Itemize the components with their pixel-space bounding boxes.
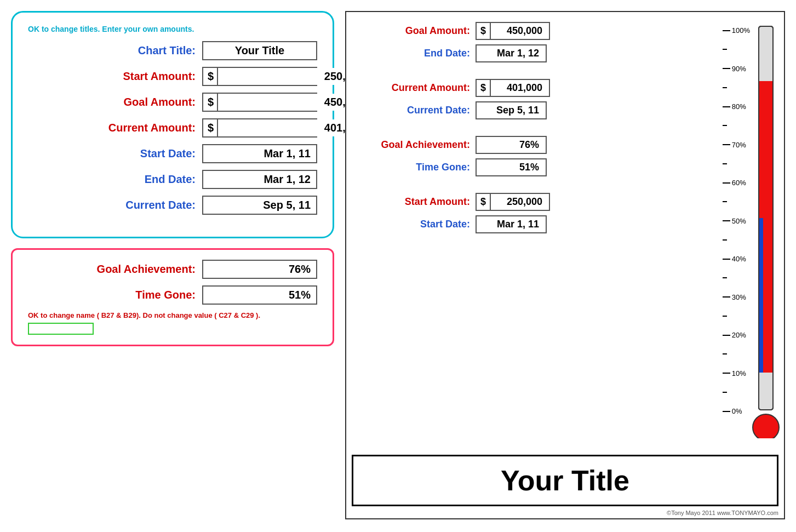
right-current-date-label: Current Date: <box>355 105 470 116</box>
scale-dash7 <box>723 277 750 278</box>
scale-40: 40% <box>723 255 750 263</box>
tick-dash7 <box>723 277 727 278</box>
tick-60 <box>723 182 730 184</box>
thermometer-svg <box>752 22 780 438</box>
svg-rect-2 <box>759 218 763 373</box>
right-start-amount-label: Start Amount: <box>355 196 470 208</box>
scale-dash5 <box>723 201 750 202</box>
right-current-amount-value: 401,000 <box>490 79 550 97</box>
achievement-section: Goal Achievement: Time Gone: OK to chang… <box>11 248 334 346</box>
thermo-scale: 100% 90% 80% <box>723 26 750 415</box>
scale-10: 10% <box>723 369 750 377</box>
goal-amount-label: Goal Amount: <box>91 96 196 108</box>
right-start-date-value: Mar 1, 11 <box>476 215 547 233</box>
scale-40-label: 40% <box>732 255 746 263</box>
tick-10 <box>723 373 730 374</box>
scale-30-label: 30% <box>732 293 746 301</box>
right-goal-amount-row: Goal Amount: $ 450,000 <box>355 22 700 40</box>
left-time-gone-label: Time Gone: <box>75 289 196 301</box>
right-goal-achieve-value: 76% <box>476 136 547 154</box>
scale-0: 0% <box>723 407 750 415</box>
right-start-amount-row: Start Amount: $ 250,000 <box>355 193 700 211</box>
right-start-amount-value: 250,000 <box>490 193 550 211</box>
right-end-date-row: End Date: Mar 1, 12 <box>355 44 700 62</box>
scale-100: 100% <box>723 26 750 35</box>
right-time-gone-label: Time Gone: <box>355 162 470 173</box>
right-current-dollar: $ <box>476 79 490 97</box>
right-content: Goal Amount: $ 450,000 End Date: Mar 1, … <box>346 12 784 449</box>
svg-point-4 <box>753 414 779 438</box>
right-group-4: Start Amount: $ 250,000 Start Date: Mar … <box>355 193 700 238</box>
right-start-dollar: $ <box>476 193 490 211</box>
tick-dash10 <box>723 392 727 393</box>
input-section: OK to change titles. Enter your own amou… <box>11 11 334 238</box>
tick-dash6 <box>723 239 727 241</box>
scale-70: 70% <box>723 141 750 149</box>
right-title-text: Your Title <box>501 465 629 496</box>
tick-100 <box>723 30 730 31</box>
current-date-input[interactable] <box>202 196 317 215</box>
bottom-hint: OK to change name ( B27 & B29). Do not c… <box>28 311 317 319</box>
scale-dash6 <box>723 239 750 241</box>
chart-title-input[interactable] <box>202 41 317 60</box>
start-amount-row: Start Amount: $ <box>28 67 317 86</box>
right-current-date-row: Current Date: Sep 5, 11 <box>355 101 700 119</box>
start-date-label: Start Date: <box>91 147 196 160</box>
goal-amount-row: Goal Amount: $ <box>28 93 317 112</box>
scale-60-label: 60% <box>732 179 746 187</box>
copyright: ©Tony Mayo 2011 www.TONYMAYO.com <box>346 510 784 518</box>
tick-70 <box>723 144 730 145</box>
current-date-label: Current Date: <box>91 199 196 211</box>
current-date-row: Current Date: <box>28 196 317 215</box>
tick-dash9 <box>723 353 727 354</box>
scale-20-label: 20% <box>732 331 746 339</box>
right-end-date-value: Mar 1, 12 <box>476 44 547 62</box>
right-current-amount-dollar-wrapper: $ 401,000 <box>476 79 550 97</box>
right-end-date-label: End Date: <box>355 48 470 59</box>
scale-70-label: 70% <box>732 141 746 149</box>
bottom-small-input[interactable] <box>28 323 94 335</box>
left-time-gone-input[interactable] <box>202 285 317 305</box>
right-group-1: Goal Amount: $ 450,000 End Date: Mar 1, … <box>355 22 700 67</box>
right-start-amount-dollar-wrapper: $ 250,000 <box>476 193 550 211</box>
tick-dash1 <box>723 49 727 50</box>
scale-dash1 <box>723 49 750 50</box>
scale-60: 60% <box>723 179 750 187</box>
tick-dash8 <box>723 316 727 317</box>
scale-80: 80% <box>723 102 750 111</box>
bottom-hint-blue: OK to change name ( B27 & B29). <box>28 311 141 319</box>
right-current-amount-row: Current Amount: $ 401,000 <box>355 79 700 97</box>
right-goal-amount-value: 450,000 <box>490 22 550 40</box>
scale-dash4 <box>723 163 750 164</box>
scale-90: 90% <box>723 65 750 73</box>
right-current-date-value: Sep 5, 11 <box>476 101 547 119</box>
tick-80 <box>723 106 730 107</box>
bottom-hint-red: Do not change value ( C27 & C29 ). <box>143 311 261 319</box>
goal-amount-wrapper: $ <box>202 93 317 112</box>
end-date-label: End Date: <box>91 173 196 186</box>
scale-100-label: 100% <box>732 26 750 35</box>
start-amount-label: Start Amount: <box>91 70 196 83</box>
tick-0 <box>723 411 730 412</box>
right-group-3: Goal Achievement: 76% Time Gone: 51% <box>355 136 700 181</box>
current-amount-row: Current Amount: $ <box>28 118 317 138</box>
current-amount-label: Current Amount: <box>91 122 196 134</box>
scale-dash8 <box>723 316 750 317</box>
tick-30 <box>723 296 730 298</box>
tick-50 <box>723 220 730 221</box>
right-start-date-row: Start Date: Mar 1, 11 <box>355 215 700 233</box>
end-date-row: End Date: <box>28 170 317 189</box>
left-goal-achievement-input[interactable] <box>202 260 317 279</box>
right-time-gone-row: Time Gone: 51% <box>355 158 700 176</box>
scale-80-label: 80% <box>732 102 746 111</box>
right-time-gone-value: 51% <box>476 158 547 176</box>
scale-30: 30% <box>723 293 750 301</box>
tick-90 <box>723 68 730 69</box>
right-goal-amount-dollar-wrapper: $ 450,000 <box>476 22 550 40</box>
tick-dash3 <box>723 125 727 126</box>
end-date-input[interactable] <box>202 170 317 189</box>
left-panel: OK to change titles. Enter your own amou… <box>11 11 334 346</box>
scale-50: 50% <box>723 217 750 225</box>
scale-90-label: 90% <box>732 65 746 73</box>
start-date-input[interactable] <box>202 144 317 163</box>
